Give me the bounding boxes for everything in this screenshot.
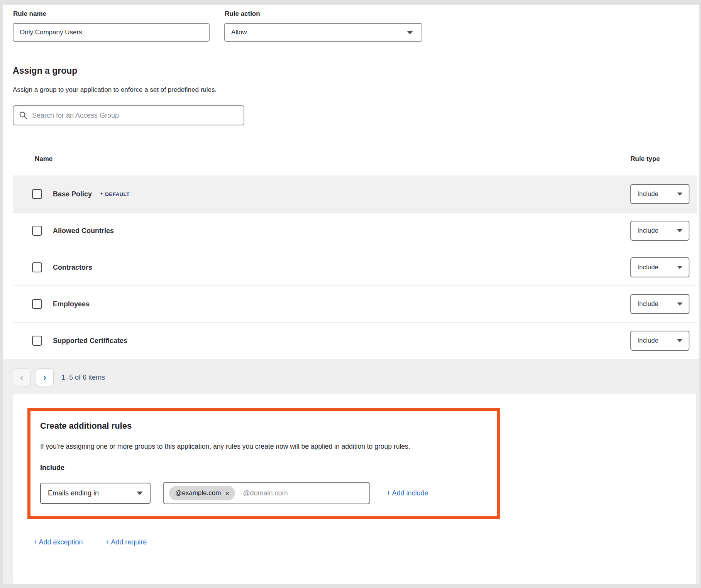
domain-tag-value: @example.com: [175, 489, 221, 497]
row-name-cell: Allowed Countries: [13, 226, 630, 236]
rule-type-value: Include: [637, 227, 659, 235]
add-include-link[interactable]: + Add include: [386, 489, 428, 497]
chevron-down-icon: [137, 492, 143, 495]
rule-type-dropdown[interactable]: Include: [630, 221, 689, 241]
remove-tag-icon[interactable]: ×: [225, 490, 229, 497]
row-rule-type-cell: Include: [630, 331, 697, 351]
assign-group-title: Assign a group: [13, 66, 697, 76]
pagination-next-button[interactable]: ›: [36, 368, 54, 386]
row-rule-type-cell: Include: [630, 221, 697, 241]
rule-action-value: Allow: [231, 29, 247, 36]
rule-editor-page: Rule name Rule action Allow Assign a gro…: [0, 0, 701, 588]
search-icon: [19, 111, 27, 120]
add-exception-link[interactable]: + Add exception: [33, 538, 83, 546]
row-name-cell: Supported Certificates: [13, 336, 630, 346]
group-name: Allowed Countries: [53, 227, 114, 235]
rule-type-value: Include: [637, 264, 659, 271]
column-header-rule-type: Rule type: [630, 155, 697, 163]
rule-type-dropdown[interactable]: Include: [630, 331, 689, 351]
chevron-down-icon: [407, 31, 413, 34]
row-rule-type-cell: Include: [630, 294, 697, 314]
condition-value: Emails ending in: [48, 489, 99, 497]
chevron-down-icon: [677, 339, 682, 342]
additional-rules-title: Create additional rules: [40, 421, 486, 431]
create-additional-rules-highlight: Create additional rules If you're assign…: [27, 408, 500, 519]
table-row: Contractors Include: [13, 249, 697, 286]
condition-dropdown[interactable]: Emails ending in: [40, 483, 151, 504]
lower-section: ‹ › 1–5 of 6 items Create additional rul…: [3, 359, 699, 584]
table-header-row: Name Rule type: [13, 142, 697, 176]
chevron-down-icon: [677, 302, 682, 306]
rule-type-dropdown[interactable]: Include: [630, 294, 689, 314]
table-row: Base Policy • DEFAULT Include: [13, 176, 697, 212]
chevron-down-icon: [677, 193, 682, 196]
group-table-body: Base Policy • DEFAULT Include Allowed Co…: [13, 176, 697, 359]
badge-dot-icon: •: [100, 190, 103, 198]
top-content: Rule name Rule action Allow Assign a gro…: [3, 5, 699, 359]
rule-type-dropdown[interactable]: Include: [630, 257, 689, 277]
group-name: Contractors: [53, 264, 92, 272]
rule-type-value: Include: [637, 190, 659, 198]
pagination-prev-button[interactable]: ‹: [13, 368, 30, 386]
group-checkbox[interactable]: [32, 262, 42, 272]
table-row: Supported Certificates Include: [13, 322, 697, 359]
pagination: ‹ › 1–5 of 6 items: [13, 368, 697, 386]
rule-form-row: Rule name Rule action Allow: [13, 8, 697, 42]
badge-text: DEFAULT: [105, 191, 129, 197]
rule-action-dropdown[interactable]: Allow: [224, 23, 422, 42]
chevron-right-icon: ›: [43, 372, 46, 383]
rule-name-field: Rule name: [13, 8, 210, 42]
domains-tag-input[interactable]: @example.com ×: [163, 482, 370, 504]
search-input[interactable]: [32, 112, 238, 120]
additional-rules-description: If you're assigning one or more groups t…: [40, 443, 486, 451]
rule-type-value: Include: [637, 337, 659, 345]
rule-name-label: Rule name: [13, 10, 210, 18]
rule-type-dropdown[interactable]: Include: [630, 184, 689, 204]
group-name: Base Policy: [53, 190, 92, 198]
include-label: Include: [40, 464, 486, 472]
chevron-left-icon: ‹: [20, 372, 23, 383]
rule-action-label: Rule action: [225, 10, 422, 18]
table-row: Allowed Countries Include: [13, 212, 697, 249]
default-badge: • DEFAULT: [100, 190, 130, 198]
assign-group-description: Assign a group to your application to en…: [13, 86, 697, 94]
table-row: Employees Include: [13, 286, 697, 322]
access-groups-table: Name Rule type Base Policy • DEFAULT Inc…: [13, 142, 697, 359]
group-name: Supported Certificates: [53, 337, 127, 345]
add-require-link[interactable]: + Add require: [105, 538, 147, 546]
footer-links: + Add exception + Add require: [33, 538, 696, 546]
access-group-search[interactable]: [13, 105, 244, 125]
group-checkbox[interactable]: [32, 226, 42, 236]
include-rule-controls: Emails ending in @example.com × + Add in…: [40, 482, 486, 504]
chevron-down-icon: [677, 266, 682, 269]
row-rule-type-cell: Include: [630, 257, 697, 277]
group-checkbox[interactable]: [32, 336, 42, 346]
domain-tag: @example.com ×: [169, 486, 235, 500]
group-checkbox[interactable]: [32, 299, 42, 309]
group-name: Employees: [53, 300, 90, 308]
rule-type-value: Include: [637, 300, 659, 308]
row-rule-type-cell: Include: [630, 184, 697, 204]
row-name-cell: Employees: [13, 299, 630, 309]
rule-name-input[interactable]: [13, 23, 210, 42]
additional-rules-card: Create additional rules If you're assign…: [13, 394, 697, 584]
row-name-cell: Contractors: [13, 262, 630, 272]
rule-action-field: Rule action Allow: [224, 8, 422, 42]
row-name-cell: Base Policy • DEFAULT: [13, 189, 630, 199]
pagination-status: 1–5 of 6 items: [61, 373, 105, 382]
chevron-down-icon: [677, 229, 682, 232]
group-checkbox[interactable]: [32, 189, 42, 199]
domain-input[interactable]: [243, 489, 364, 497]
column-header-name: Name: [13, 155, 630, 163]
